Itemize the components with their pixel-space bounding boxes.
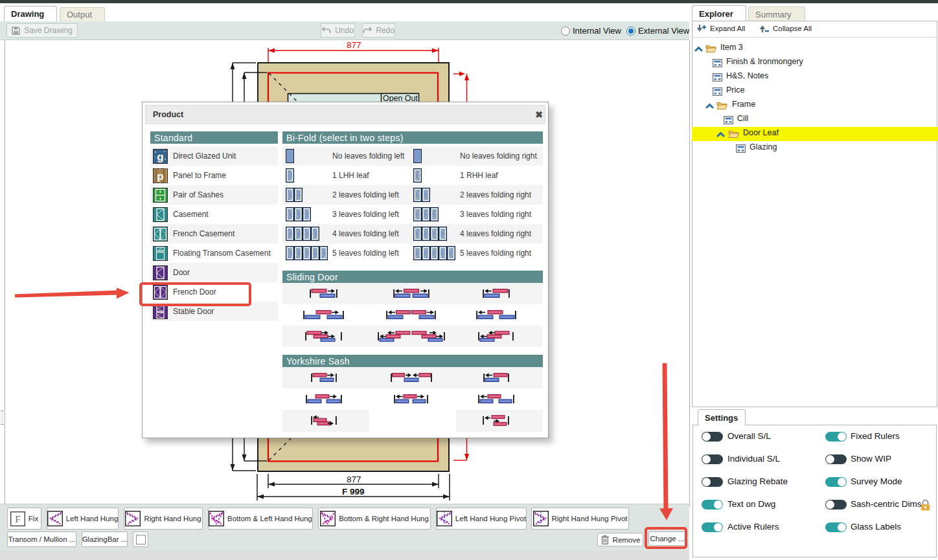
svg-text:F 999: F 999 (342, 487, 365, 497)
svg-text:F: F (15, 514, 20, 524)
svg-text:p: p (157, 170, 163, 183)
svg-text:877: 877 (347, 40, 361, 50)
svg-text:g: g (157, 150, 163, 162)
svg-text:877: 877 (347, 475, 361, 484)
